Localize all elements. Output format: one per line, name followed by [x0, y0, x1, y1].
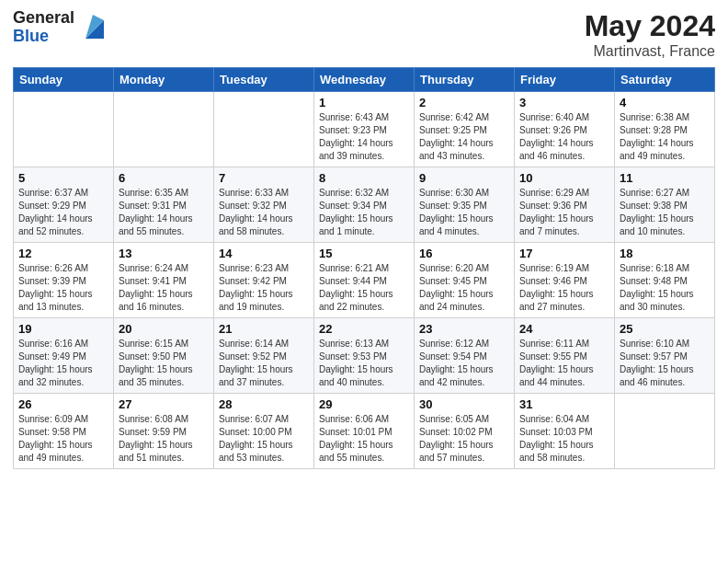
- day-number: 2: [419, 96, 509, 109]
- day-number: 14: [219, 247, 309, 260]
- calendar-cell: 13Sunrise: 6:24 AM Sunset: 9:41 PM Dayli…: [114, 243, 214, 318]
- calendar-cell: 21Sunrise: 6:14 AM Sunset: 9:52 PM Dayli…: [214, 318, 314, 394]
- day-number: 12: [18, 247, 108, 260]
- calendar-cell: [114, 92, 214, 167]
- calendar-cell: 18Sunrise: 6:18 AM Sunset: 9:48 PM Dayli…: [615, 243, 715, 318]
- cell-info: Sunrise: 6:13 AM Sunset: 9:53 PM Dayligh…: [319, 338, 409, 389]
- week-row-2: 12Sunrise: 6:26 AM Sunset: 9:39 PM Dayli…: [14, 243, 715, 318]
- calendar-cell: 12Sunrise: 6:26 AM Sunset: 9:39 PM Dayli…: [14, 243, 114, 318]
- day-header-monday: Monday: [114, 68, 214, 92]
- day-number: 20: [119, 322, 209, 336]
- day-number: 10: [519, 171, 609, 185]
- day-number: 6: [119, 171, 209, 185]
- day-header-wednesday: Wednesday: [314, 68, 415, 92]
- day-number: 30: [419, 397, 509, 411]
- calendar-cell: 5Sunrise: 6:37 AM Sunset: 9:29 PM Daylig…: [14, 167, 114, 243]
- calendar-cell: 10Sunrise: 6:29 AM Sunset: 9:36 PM Dayli…: [515, 167, 615, 243]
- day-number: 17: [519, 247, 609, 260]
- cell-info: Sunrise: 6:37 AM Sunset: 9:29 PM Dayligh…: [18, 187, 108, 238]
- cell-info: Sunrise: 6:32 AM Sunset: 9:34 PM Dayligh…: [319, 187, 409, 238]
- cell-info: Sunrise: 6:38 AM Sunset: 9:28 PM Dayligh…: [620, 111, 710, 163]
- day-header-saturday: Saturday: [615, 68, 715, 92]
- day-number: 9: [419, 171, 509, 185]
- calendar-cell: 6Sunrise: 6:35 AM Sunset: 9:31 PM Daylig…: [114, 167, 214, 243]
- day-number: 25: [620, 322, 710, 336]
- day-header-tuesday: Tuesday: [214, 68, 314, 92]
- day-number: 1: [319, 96, 409, 109]
- cell-info: Sunrise: 6:11 AM Sunset: 9:55 PM Dayligh…: [519, 338, 609, 389]
- day-number: 15: [319, 247, 409, 260]
- day-number: 21: [219, 322, 309, 336]
- calendar-cell: 1Sunrise: 6:43 AM Sunset: 9:23 PM Daylig…: [314, 92, 415, 167]
- cell-info: Sunrise: 6:09 AM Sunset: 9:58 PM Dayligh…: [18, 413, 108, 465]
- calendar-cell: 24Sunrise: 6:11 AM Sunset: 9:55 PM Dayli…: [515, 318, 615, 394]
- header-row: SundayMondayTuesdayWednesdayThursdayFrid…: [14, 68, 715, 92]
- cell-info: Sunrise: 6:18 AM Sunset: 9:48 PM Dayligh…: [620, 262, 710, 314]
- cell-info: Sunrise: 6:16 AM Sunset: 9:49 PM Dayligh…: [18, 338, 108, 389]
- cell-info: Sunrise: 6:27 AM Sunset: 9:38 PM Dayligh…: [620, 187, 710, 238]
- calendar-cell: [615, 394, 715, 469]
- calendar-cell: 26Sunrise: 6:09 AM Sunset: 9:58 PM Dayli…: [14, 394, 114, 469]
- logo-blue: Blue: [13, 28, 74, 46]
- calendar-cell: 29Sunrise: 6:06 AM Sunset: 10:01 PM Dayl…: [314, 394, 415, 469]
- day-number: 3: [519, 96, 609, 109]
- calendar-cell: 8Sunrise: 6:32 AM Sunset: 9:34 PM Daylig…: [314, 167, 415, 243]
- cell-info: Sunrise: 6:21 AM Sunset: 9:44 PM Dayligh…: [319, 262, 409, 314]
- day-number: 16: [419, 247, 509, 260]
- calendar-cell: 31Sunrise: 6:04 AM Sunset: 10:03 PM Dayl…: [515, 394, 615, 469]
- calendar-cell: 4Sunrise: 6:38 AM Sunset: 9:28 PM Daylig…: [615, 92, 715, 167]
- day-number: 19: [18, 322, 108, 336]
- week-row-0: 1Sunrise: 6:43 AM Sunset: 9:23 PM Daylig…: [14, 92, 715, 167]
- cell-info: Sunrise: 6:33 AM Sunset: 9:32 PM Dayligh…: [219, 187, 309, 238]
- cell-info: Sunrise: 6:19 AM Sunset: 9:46 PM Dayligh…: [519, 262, 609, 314]
- cell-info: Sunrise: 6:35 AM Sunset: 9:31 PM Dayligh…: [119, 187, 209, 238]
- logo-general: General: [13, 9, 74, 28]
- cell-info: Sunrise: 6:42 AM Sunset: 9:25 PM Dayligh…: [419, 111, 509, 163]
- day-number: 26: [18, 397, 108, 411]
- cell-info: Sunrise: 6:15 AM Sunset: 9:50 PM Dayligh…: [119, 338, 209, 389]
- logo-icon: [78, 13, 108, 42]
- calendar-cell: 27Sunrise: 6:08 AM Sunset: 9:59 PM Dayli…: [114, 394, 214, 469]
- cell-info: Sunrise: 6:26 AM Sunset: 9:39 PM Dayligh…: [18, 262, 108, 314]
- cell-info: Sunrise: 6:14 AM Sunset: 9:52 PM Dayligh…: [219, 338, 309, 389]
- cell-info: Sunrise: 6:05 AM Sunset: 10:02 PM Daylig…: [419, 413, 509, 465]
- calendar-cell: 9Sunrise: 6:30 AM Sunset: 9:35 PM Daylig…: [415, 167, 515, 243]
- cell-info: Sunrise: 6:10 AM Sunset: 9:57 PM Dayligh…: [620, 338, 710, 389]
- week-row-1: 5Sunrise: 6:37 AM Sunset: 9:29 PM Daylig…: [14, 167, 715, 243]
- calendar-cell: 7Sunrise: 6:33 AM Sunset: 9:32 PM Daylig…: [214, 167, 314, 243]
- day-number: 7: [219, 171, 309, 185]
- day-number: 4: [620, 96, 710, 109]
- day-number: 24: [519, 322, 609, 336]
- day-number: 5: [18, 171, 108, 185]
- cell-info: Sunrise: 6:43 AM Sunset: 9:23 PM Dayligh…: [319, 111, 409, 163]
- cell-info: Sunrise: 6:30 AM Sunset: 9:35 PM Dayligh…: [419, 187, 509, 238]
- day-number: 11: [620, 171, 710, 185]
- calendar-cell: 15Sunrise: 6:21 AM Sunset: 9:44 PM Dayli…: [314, 243, 415, 318]
- cell-info: Sunrise: 6:07 AM Sunset: 10:00 PM Daylig…: [219, 413, 309, 465]
- logo: General Blue: [13, 9, 108, 46]
- cell-info: Sunrise: 6:08 AM Sunset: 9:59 PM Dayligh…: [119, 413, 209, 465]
- cell-info: Sunrise: 6:23 AM Sunset: 9:42 PM Dayligh…: [219, 262, 309, 314]
- day-number: 18: [620, 247, 710, 260]
- title-block: May 2024 Martinvast, France: [585, 9, 715, 60]
- cell-info: Sunrise: 6:40 AM Sunset: 9:26 PM Dayligh…: [519, 111, 609, 163]
- title-month: May 2024: [585, 9, 715, 43]
- day-header-friday: Friday: [515, 68, 615, 92]
- calendar-cell: 11Sunrise: 6:27 AM Sunset: 9:38 PM Dayli…: [615, 167, 715, 243]
- cell-info: Sunrise: 6:04 AM Sunset: 10:03 PM Daylig…: [519, 413, 609, 465]
- day-number: 13: [119, 247, 209, 260]
- calendar-cell: 19Sunrise: 6:16 AM Sunset: 9:49 PM Dayli…: [14, 318, 114, 394]
- calendar-cell: 23Sunrise: 6:12 AM Sunset: 9:54 PM Dayli…: [415, 318, 515, 394]
- calendar-table: SundayMondayTuesdayWednesdayThursdayFrid…: [13, 67, 715, 469]
- header: General Blue May 2024 Martinvast, France: [13, 9, 715, 60]
- week-row-3: 19Sunrise: 6:16 AM Sunset: 9:49 PM Dayli…: [14, 318, 715, 394]
- calendar-cell: 22Sunrise: 6:13 AM Sunset: 9:53 PM Dayli…: [314, 318, 415, 394]
- day-number: 29: [319, 397, 409, 411]
- calendar-cell: [214, 92, 314, 167]
- calendar-cell: 17Sunrise: 6:19 AM Sunset: 9:46 PM Dayli…: [515, 243, 615, 318]
- day-header-thursday: Thursday: [415, 68, 515, 92]
- title-location: Martinvast, France: [585, 43, 715, 60]
- calendar-cell: 30Sunrise: 6:05 AM Sunset: 10:02 PM Dayl…: [415, 394, 515, 469]
- week-row-4: 26Sunrise: 6:09 AM Sunset: 9:58 PM Dayli…: [14, 394, 715, 469]
- day-number: 22: [319, 322, 409, 336]
